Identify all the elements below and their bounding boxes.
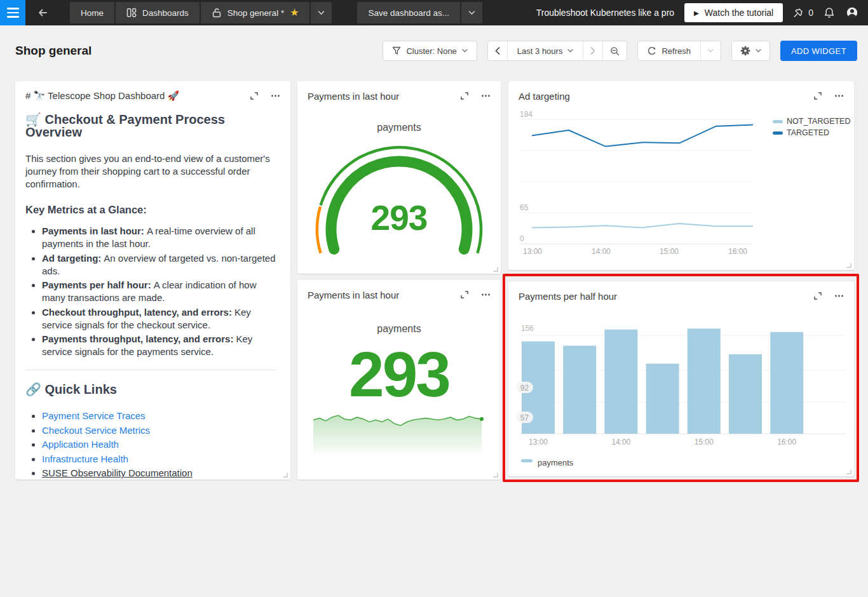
list-item: Payment Service Traces xyxy=(42,410,276,422)
time-forward-button[interactable] xyxy=(583,41,602,60)
list-item: Payments throughput, latency, and errors… xyxy=(42,333,276,358)
resize-handle[interactable] xyxy=(846,262,851,268)
list-item: SUSE Observability Documentation xyxy=(42,467,276,480)
expand-widget-button[interactable] xyxy=(459,289,470,300)
pin-icon xyxy=(793,8,804,18)
ad-targeting-chart[interactable]: 18465013:0014:0015:0016:00NOT_TARGETEDTA… xyxy=(508,81,854,270)
gauge-value: 293 xyxy=(297,199,501,236)
resize-handle[interactable] xyxy=(282,472,288,478)
quick-links-list: Payment Service Traces Checkout Service … xyxy=(25,410,276,480)
list-item: Checkout Service Metrics xyxy=(42,424,276,437)
refresh-button[interactable]: Refresh xyxy=(638,41,700,60)
dashboard-settings-button[interactable] xyxy=(732,41,770,60)
notifications-button[interactable] xyxy=(824,7,835,18)
payments-sparkline-chart[interactable] xyxy=(311,408,487,462)
time-back-button[interactable] xyxy=(488,41,507,60)
widget-title: Payments per half hour xyxy=(519,291,617,302)
add-widget-button[interactable]: ADD WIDGET xyxy=(780,41,857,61)
payments-number-widget: Payments in last hour payments 293 xyxy=(297,280,501,480)
user-avatar-button[interactable] xyxy=(845,6,859,20)
widget-menu-button[interactable] xyxy=(480,90,492,102)
cluster-filter-group: Cluster: None xyxy=(383,41,477,61)
promo-text: Troubleshoot Kubernetes like a pro xyxy=(536,8,674,18)
zoom-out-icon xyxy=(610,46,620,56)
svg-text:156: 156 xyxy=(521,324,534,333)
svg-text:14:00: 14:00 xyxy=(592,247,611,256)
back-button[interactable] xyxy=(32,2,53,23)
refresh-label: Refresh xyxy=(661,46,691,56)
dashboard-switcher-chevron[interactable] xyxy=(311,2,332,23)
markdown-heading: 🛒 Checkout & Payment Process Overview xyxy=(25,113,276,138)
cluster-filter-button[interactable]: Cluster: None xyxy=(383,41,476,60)
dashboards-label: Dashboards xyxy=(142,8,189,18)
gear-icon xyxy=(740,46,750,56)
widget-menu-button[interactable] xyxy=(269,90,281,102)
widget-menu-button[interactable] xyxy=(480,289,492,300)
resize-handle[interactable] xyxy=(492,472,498,478)
svg-text:13:00: 13:00 xyxy=(523,247,542,256)
gauge-series-label: payments xyxy=(297,122,501,133)
watch-tutorial-button[interactable]: ▶ Watch the tutorial xyxy=(684,3,783,22)
svg-text:14:00: 14:00 xyxy=(611,438,630,446)
cluster-filter-label: Cluster: None xyxy=(406,46,456,56)
list-item: Infrastructure Health xyxy=(42,453,276,466)
svg-text:13:00: 13:00 xyxy=(529,438,548,446)
nav-tab-home[interactable]: Home xyxy=(70,2,114,23)
dashboard-screen: Home Dashboards xyxy=(0,0,868,597)
list-item: Checkout throughput, latency, and errors… xyxy=(42,306,276,332)
refresh-options-chevron[interactable] xyxy=(701,41,721,60)
metrics-list: Payments in last hour:A real-time overvi… xyxy=(25,225,276,358)
resize-handle[interactable] xyxy=(492,266,498,272)
expand-widget-button[interactable] xyxy=(459,90,470,102)
chevron-down-icon xyxy=(468,10,475,15)
save-dashboard-as-button[interactable]: Save dashboard as... xyxy=(357,2,460,23)
chevron-down-icon xyxy=(318,10,325,15)
nav-tab-dashboards[interactable]: Dashboards xyxy=(116,2,200,23)
widget-menu-button[interactable] xyxy=(833,290,845,302)
save-options-chevron[interactable] xyxy=(461,2,482,23)
widget-menu-button[interactable] xyxy=(833,90,845,102)
zoom-out-time-button[interactable] xyxy=(603,41,627,60)
list-item: Application Health xyxy=(42,438,276,451)
list-item: Payments in last hour:A real-time overvi… xyxy=(42,225,276,250)
save-group: Save dashboard as... xyxy=(357,2,482,23)
nav-tab-shop-general[interactable]: Shop general * ★ xyxy=(201,2,310,23)
unlock-icon xyxy=(212,8,222,18)
time-range-button[interactable]: Last 3 hours xyxy=(508,41,583,60)
refresh-group: Refresh xyxy=(637,41,721,61)
expand-widget-button[interactable] xyxy=(812,290,824,302)
current-dashboard-label: Shop general * xyxy=(227,8,284,18)
ellipsis-icon xyxy=(834,292,844,300)
chevron-right-icon xyxy=(590,47,595,55)
resize-handle[interactable] xyxy=(846,469,851,474)
svg-text:15:00: 15:00 xyxy=(660,247,679,256)
markdown-widget: # 🔭 Telescope Shop Dashboard 🚀 🛒 Checkou… xyxy=(15,81,290,480)
hamburger-menu-button[interactable] xyxy=(0,0,25,25)
chevron-down-icon xyxy=(462,49,468,53)
widget-title: Payments in last hour xyxy=(308,290,399,300)
avatar-icon xyxy=(845,6,859,20)
ellipsis-icon xyxy=(834,91,844,100)
widget-title: Ad targeting xyxy=(519,91,570,102)
svg-text:184: 184 xyxy=(520,110,532,119)
link-application-health[interactable]: Application Health xyxy=(42,439,119,450)
link-payment-service-traces[interactable]: Payment Service Traces xyxy=(42,410,146,421)
payments-per-half-hour-widget: 156925713:0014:0015:0016:00payments Paym… xyxy=(508,281,854,476)
favorite-star-icon: ★ xyxy=(290,8,299,18)
link-infrastructure-health[interactable]: Infrastructure Health xyxy=(42,453,128,464)
quick-links-heading: 🔗 Quick Links xyxy=(25,383,276,396)
save-dashboard-as-label: Save dashboard as... xyxy=(368,8,449,18)
nav-tabs: Home Dashboards xyxy=(70,2,332,23)
link-suse-observability-docs[interactable]: SUSE Observability Documentation xyxy=(42,467,193,478)
divider xyxy=(25,370,276,370)
payments-bar-chart[interactable]: 156925713:0014:0015:0016:00payments xyxy=(508,281,854,476)
expand-widget-button[interactable] xyxy=(812,90,824,102)
navbar-right: Troubleshoot Kubernetes like a pro ▶ Wat… xyxy=(536,3,868,22)
metrics-heading: Key Metrics at a Glance: xyxy=(25,203,276,216)
expand-widget-button[interactable] xyxy=(248,90,260,102)
pinned-items-button[interactable]: 0 xyxy=(793,8,813,18)
link-checkout-service-metrics[interactable]: Checkout Service Metrics xyxy=(42,425,150,436)
svg-text:15:00: 15:00 xyxy=(695,438,714,446)
time-range-group: Last 3 hours xyxy=(487,41,628,61)
watch-tutorial-label: Watch the tutorial xyxy=(705,8,773,18)
